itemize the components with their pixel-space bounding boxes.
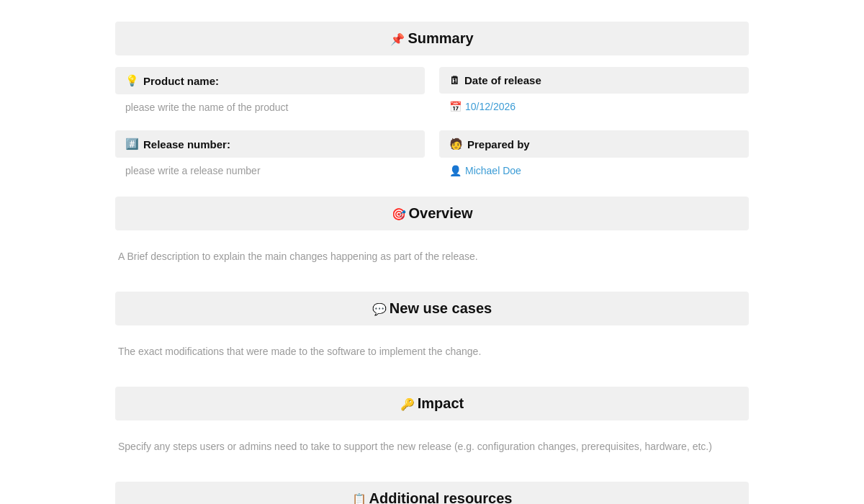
new-use-cases-title: New use cases (390, 300, 492, 316)
new-use-cases-header: 💬New use cases (115, 292, 749, 325)
date-label-text: Date of release (464, 74, 541, 86)
overview-title: Overview (409, 205, 473, 221)
additional-resources-section: 📋Additional resources Links to detailed … (115, 482, 749, 504)
prepared-by-value[interactable]: 👤 Michael Doe (439, 162, 749, 179)
impact-header: 🔑Impact (115, 387, 749, 420)
date-of-release-label: 🗓 Date of release (439, 67, 749, 94)
additional-resources-icon: 📋 (352, 493, 366, 504)
overview-description: A Brief description to explain the main … (115, 242, 749, 271)
new-use-cases-section: 💬New use cases The exact modifications t… (115, 292, 749, 366)
date-icon: 🗓 (449, 74, 460, 86)
prepared-by-label-text: Prepared by (467, 138, 530, 150)
summary-header: 📌Summary (115, 22, 749, 55)
impact-icon: 🔑 (400, 398, 415, 410)
overview-section: 🎯Overview A Brief description to explain… (115, 197, 749, 271)
calendar-icon: 📅 (449, 101, 462, 112)
impact-title: Impact (418, 395, 464, 411)
release-number-label: #️⃣ Release number: (115, 130, 425, 158)
summary-title: Summary (408, 30, 473, 46)
summary-icon: 📌 (390, 33, 405, 45)
product-name-block: 💡 Product name: please write the name of… (115, 67, 425, 116)
user-icon: 👤 (449, 165, 462, 176)
release-number-block: #️⃣ Release number: please write a relea… (115, 130, 425, 179)
overview-header: 🎯Overview (115, 197, 749, 230)
product-name-label-text: Product name: (143, 75, 219, 87)
impact-description: Specify any steps users or admins need t… (115, 432, 749, 462)
release-number-value[interactable]: please write a release number (115, 162, 425, 179)
overview-icon: 🎯 (392, 208, 406, 220)
date-value[interactable]: 📅 10/12/2026 (439, 98, 749, 115)
prepared-by-name: Michael Doe (465, 165, 521, 176)
prepared-by-label: 🧑 Prepared by (439, 130, 749, 158)
new-use-cases-icon: 💬 (372, 303, 387, 315)
new-use-cases-description: The exact modifications that were made t… (115, 337, 749, 366)
release-number-icon: #️⃣ (125, 138, 139, 150)
impact-section: 🔑Impact Specify any steps users or admin… (115, 387, 749, 462)
product-name-label: 💡 Product name: (115, 67, 425, 94)
product-name-value[interactable]: please write the name of the product (115, 99, 425, 116)
product-name-icon: 💡 (125, 74, 139, 87)
additional-resources-title: Additional resources (369, 490, 513, 504)
date-of-release-block: 🗓 Date of release 📅 10/12/2026 (439, 67, 749, 116)
additional-resources-header: 📋Additional resources (115, 482, 749, 504)
prepared-by-block: 🧑 Prepared by 👤 Michael Doe (439, 130, 749, 179)
prepared-by-icon: 🧑 (449, 138, 463, 150)
date-text: 10/12/2026 (465, 101, 516, 112)
summary-section: 📌Summary 💡 Product name: please write th… (115, 22, 749, 179)
release-number-label-text: Release number: (143, 138, 230, 150)
summary-grid: 💡 Product name: please write the name of… (115, 67, 749, 179)
